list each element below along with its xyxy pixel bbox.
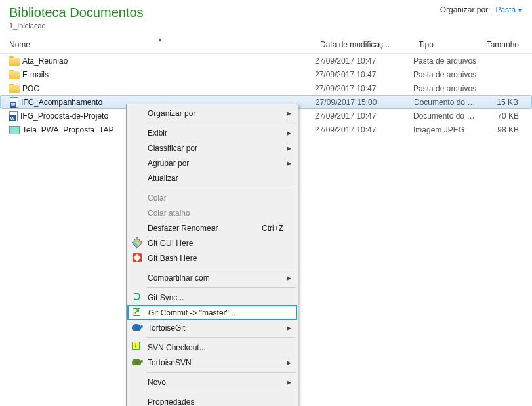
separator: [146, 123, 296, 123]
submenu-arrow-icon: ▶: [287, 325, 291, 331]
organize-label: Organizar por:: [440, 5, 491, 14]
submenu-arrow-icon: ▶: [287, 359, 291, 366]
column-headers: Nome ▲ Data de modificaç... Tipo Tamanho: [0, 36, 532, 54]
file-date: 27/09/2017 10:47: [315, 70, 413, 79]
menu-undo-rename[interactable]: Desfazer RenomearCtrl+Z: [128, 220, 297, 235]
separator: [146, 188, 296, 188]
svn-checkout-icon: [132, 342, 142, 352]
img-icon: [9, 126, 20, 134]
file-name: Tela_PWA_Proposta_TAP: [22, 125, 113, 134]
column-name[interactable]: Nome ▲: [0, 39, 315, 51]
tortoisegit-icon: [132, 322, 142, 333]
column-type[interactable]: Tipo: [413, 39, 479, 51]
git-commit-icon: [133, 308, 143, 319]
folder-icon: [9, 58, 20, 66]
file-name: IFG_Acompanhamento: [21, 98, 102, 107]
separator: [146, 287, 296, 288]
file-size: 70 KB: [479, 112, 532, 121]
folder-icon: [9, 71, 20, 79]
file-type: Imagem JPEG: [413, 125, 479, 134]
submenu-arrow-icon: ▶: [287, 130, 291, 136]
file-type: Pasta de arquivos: [413, 56, 479, 66]
file-date: 27/09/2017 10:47: [315, 84, 413, 93]
separator: [146, 392, 296, 392]
submenu-arrow-icon: ▶: [287, 110, 291, 117]
git-gui-icon: [132, 237, 142, 248]
file-type: Pasta de arquivos: [413, 84, 479, 93]
submenu-arrow-icon: ▶: [287, 145, 291, 152]
menu-tortoisesvn[interactable]: TortoiseSVN▶: [128, 355, 297, 370]
submenu-arrow-icon: ▶: [287, 160, 291, 167]
menu-view[interactable]: Exibir▶: [128, 125, 297, 140]
menu-new[interactable]: Novo▶: [128, 375, 297, 390]
file-date: 27/09/2017 10:47: [315, 112, 413, 121]
menu-svn-checkout[interactable]: SVN Checkout...: [128, 340, 297, 355]
file-size: 15 KB: [480, 98, 531, 107]
git-sync-icon: [132, 292, 142, 302]
library-subtitle: 1_Iniciacao: [9, 22, 144, 30]
file-size: 98 KB: [479, 125, 532, 134]
tortoisesvn-icon: [132, 357, 142, 367]
separator: [146, 337, 296, 338]
menu-refresh[interactable]: Atualizar: [128, 171, 297, 186]
submenu-arrow-icon: ▶: [287, 275, 291, 281]
chevron-down-icon: ▼: [517, 7, 523, 14]
doc-icon: [10, 97, 18, 108]
git-bash-icon: [132, 253, 142, 263]
file-name: E-mails: [22, 70, 49, 79]
menu-tortoisegit[interactable]: TortoiseGit▶: [128, 320, 297, 335]
menu-git-commit[interactable]: Git Commit -> "master"...: [127, 305, 297, 320]
folder-icon: [9, 85, 20, 93]
separator: [146, 268, 296, 268]
organize-value[interactable]: Pasta▼: [495, 5, 523, 14]
file-name: IFG_Proposta-de-Projeto: [20, 112, 108, 121]
file-name: POC: [22, 84, 39, 93]
library-title: Biblioteca Documentos: [9, 5, 144, 20]
organize-by-control[interactable]: Organizar por: Pasta▼: [440, 5, 523, 14]
file-type: Documento do Mi...: [413, 112, 479, 121]
column-date[interactable]: Data de modificaç...: [315, 39, 413, 51]
submenu-arrow-icon: ▶: [287, 379, 291, 386]
menu-paste-shortcut: Colar atalho: [128, 205, 297, 220]
file-row[interactable]: E-mails27/09/2017 10:47Pasta de arquivos: [0, 68, 532, 81]
menu-git-bash[interactable]: Git Bash Here: [128, 251, 297, 266]
file-name: Ata_Reunião: [22, 56, 68, 66]
separator: [146, 372, 296, 373]
menu-git-gui[interactable]: Git GUI Here: [128, 235, 297, 251]
menu-organize-by[interactable]: Organizar por▶: [128, 106, 297, 121]
library-header: Biblioteca Documentos 1_Iniciacao Organi…: [0, 0, 532, 32]
menu-git-sync[interactable]: Git Sync...: [128, 290, 297, 305]
file-type: Pasta de arquivos: [413, 70, 479, 79]
menu-properties[interactable]: Propriedades: [128, 394, 297, 406]
file-date: 27/09/2017 10:47: [315, 56, 413, 66]
file-date: 27/09/2017 15:00: [316, 98, 414, 107]
menu-share-with[interactable]: Compartilhar com▶: [128, 270, 297, 285]
file-row[interactable]: Ata_Reunião27/09/2017 10:47Pasta de arqu…: [0, 54, 532, 68]
menu-paste: Colar: [128, 190, 297, 205]
file-row[interactable]: POC27/09/2017 10:47Pasta de arquivos: [0, 81, 532, 95]
sort-indicator-icon: ▲: [157, 37, 163, 43]
column-size[interactable]: Tamanho: [479, 39, 532, 51]
shortcut-label: Ctrl+Z: [262, 224, 283, 233]
context-menu: Organizar por▶ Exibir▶ Classificar por▶ …: [126, 104, 298, 406]
file-date: 27/09/2017 10:47: [315, 125, 413, 134]
menu-group-by[interactable]: Agrupar por▶: [128, 155, 297, 171]
doc-icon: [9, 111, 18, 121]
menu-sort-by[interactable]: Classificar por▶: [128, 140, 297, 155]
file-type: Documento do Mi...: [414, 98, 480, 107]
